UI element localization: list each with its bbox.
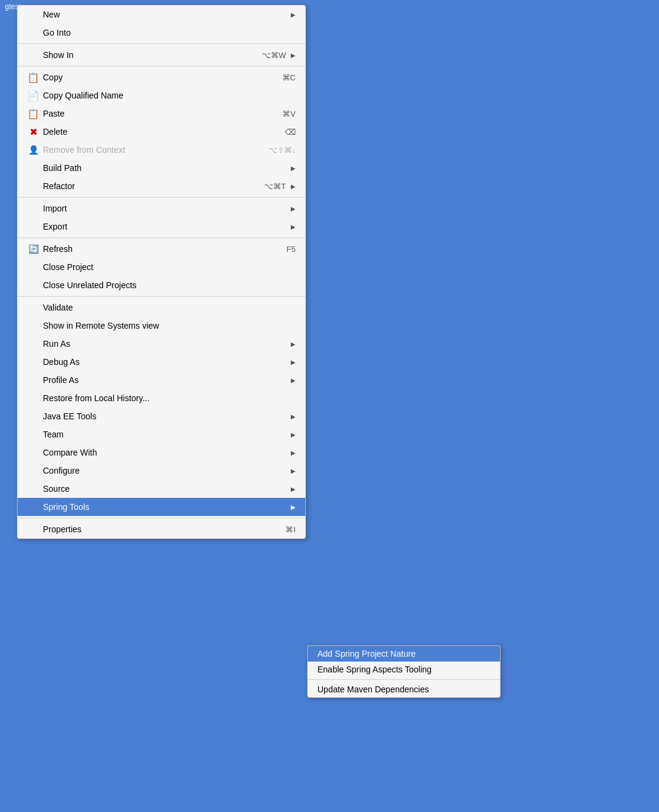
menu-item-team-label: Team xyxy=(43,430,286,439)
spring-tools-submenu: Add Spring Project Nature Enable Spring … xyxy=(307,645,501,698)
menu-item-debug-as-label: Debug As xyxy=(43,357,286,367)
import-arrow: ▶ xyxy=(291,205,296,212)
menu-item-restore-history[interactable]: Restore from Local History... xyxy=(18,389,305,407)
properties-icon xyxy=(27,523,39,535)
refresh-shortcut: F5 xyxy=(287,245,296,254)
menu-item-import[interactable]: Import ▶ xyxy=(18,199,305,218)
paste-icon: 📋 xyxy=(27,108,39,120)
compare-with-arrow: ▶ xyxy=(291,450,296,456)
menu-item-profile-as[interactable]: Profile As ▶ xyxy=(18,371,305,389)
refresh-icon: 🔄 xyxy=(27,243,39,255)
build-path-icon xyxy=(27,162,39,174)
menu-item-refactor[interactable]: Refactor ⌥⌘T ▶ xyxy=(18,177,305,195)
menu-item-build-path-label: Build Path xyxy=(43,163,286,173)
menu-item-profile-as-label: Profile As xyxy=(43,375,286,385)
menu-item-debug-as[interactable]: Debug As ▶ xyxy=(18,353,305,371)
refactor-shortcut: ⌥⌘T xyxy=(264,182,286,191)
submenu-separator xyxy=(308,679,500,680)
import-icon xyxy=(27,202,39,214)
close-project-icon xyxy=(27,261,39,273)
menu-item-go-into-label: Go Into xyxy=(43,28,296,37)
menu-item-validate[interactable]: Validate xyxy=(18,298,305,317)
menu-item-close-unrelated[interactable]: Close Unrelated Projects xyxy=(18,276,305,294)
submenu-item-update-maven[interactable]: Update Maven Dependencies xyxy=(308,682,500,697)
source-arrow: ▶ xyxy=(291,486,296,492)
submenu-item-add-spring-nature[interactable]: Add Spring Project Nature xyxy=(308,646,500,662)
menu-item-run-as[interactable]: Run As ▶ xyxy=(18,335,305,353)
menu-item-import-label: Import xyxy=(43,204,286,213)
copy-shortcut: ⌘C xyxy=(282,73,296,82)
menu-item-restore-history-label: Restore from Local History... xyxy=(43,393,296,403)
menu-item-configure-label: Configure xyxy=(43,466,286,475)
debug-as-icon xyxy=(27,356,39,368)
close-unrelated-icon xyxy=(27,279,39,291)
show-in-icon xyxy=(27,49,39,61)
submenu-item-enable-spring-aspects[interactable]: Enable Spring Aspects Tooling xyxy=(308,662,500,677)
menu-item-paste[interactable]: 📋 Paste ⌘V xyxy=(18,105,305,123)
menu-item-refactor-label: Refactor xyxy=(43,181,252,191)
refactor-arrow: ▶ xyxy=(291,183,296,190)
java-ee-icon xyxy=(27,410,39,422)
menu-item-show-in-label: Show In xyxy=(43,50,250,60)
context-menu: New ▶ Go Into Show In ⌥⌘W ▶ 📋 Copy ⌘C 📄 … xyxy=(17,5,306,539)
menu-item-show-remote[interactable]: Show in Remote Systems view xyxy=(18,317,305,335)
team-icon xyxy=(27,428,39,440)
menu-item-refresh[interactable]: 🔄 Refresh F5 xyxy=(18,240,305,258)
menu-item-refresh-label: Refresh xyxy=(43,244,274,254)
properties-shortcut: ⌘I xyxy=(285,525,296,534)
menu-item-copy-qualified[interactable]: 📄 Copy Qualified Name xyxy=(18,86,305,105)
menu-item-source-label: Source xyxy=(43,484,286,494)
separator-5 xyxy=(18,296,305,297)
menu-item-properties[interactable]: Properties ⌘I xyxy=(18,520,305,538)
delete-shortcut: ⌫ xyxy=(285,127,296,137)
menu-item-java-ee[interactable]: Java EE Tools ▶ xyxy=(18,407,305,425)
menu-item-delete[interactable]: ✖ Delete ⌫ xyxy=(18,123,305,141)
menu-item-new-label: New xyxy=(43,10,286,19)
menu-item-spring-tools-label: Spring Tools xyxy=(43,502,286,512)
menu-item-close-project[interactable]: Close Project xyxy=(18,258,305,276)
delete-icon: ✖ xyxy=(27,126,39,138)
separator-3 xyxy=(18,197,305,198)
go-into-icon xyxy=(27,27,39,39)
menu-item-spring-tools[interactable]: Spring Tools ▶ xyxy=(18,498,305,516)
remove-context-shortcut: ⌥⇧⌘↓ xyxy=(268,146,296,155)
restore-history-icon xyxy=(27,392,39,404)
refactor-icon xyxy=(27,180,39,192)
source-icon xyxy=(27,483,39,495)
build-path-arrow: ▶ xyxy=(291,165,296,172)
menu-item-new[interactable]: New ▶ xyxy=(18,5,305,24)
copy-qualified-icon: 📄 xyxy=(27,89,39,102)
configure-arrow: ▶ xyxy=(291,468,296,474)
menu-item-compare-with[interactable]: Compare With ▶ xyxy=(18,443,305,462)
show-in-shortcut: ⌥⌘W xyxy=(262,51,286,60)
menu-item-export[interactable]: Export ▶ xyxy=(18,218,305,236)
menu-item-copy-qualified-label: Copy Qualified Name xyxy=(43,91,296,100)
show-remote-icon xyxy=(27,320,39,332)
separator-1 xyxy=(18,44,305,44)
menu-item-build-path[interactable]: Build Path ▶ xyxy=(18,159,305,177)
debug-as-arrow: ▶ xyxy=(291,359,296,366)
menu-item-copy-label: Copy xyxy=(43,72,270,82)
menu-item-close-unrelated-label: Close Unrelated Projects xyxy=(43,280,296,290)
validate-icon xyxy=(27,301,39,314)
run-as-arrow: ▶ xyxy=(291,341,296,347)
paste-shortcut: ⌘V xyxy=(282,109,296,118)
new-submenu-arrow: ▶ xyxy=(291,11,296,18)
menu-item-copy[interactable]: 📋 Copy ⌘C xyxy=(18,68,305,86)
menu-item-compare-with-label: Compare With xyxy=(43,448,286,457)
team-arrow: ▶ xyxy=(291,431,296,438)
menu-item-configure[interactable]: Configure ▶ xyxy=(18,462,305,480)
menu-item-remove-context-label: Remove from Context xyxy=(43,145,256,155)
menu-item-remove-context[interactable]: 👤 Remove from Context ⌥⇧⌘↓ xyxy=(18,141,305,159)
menu-item-go-into[interactable]: Go Into xyxy=(18,24,305,42)
add-spring-nature-label: Add Spring Project Nature xyxy=(317,649,490,659)
new-icon xyxy=(27,8,39,21)
menu-item-show-in[interactable]: Show In ⌥⌘W ▶ xyxy=(18,46,305,64)
menu-item-source[interactable]: Source ▶ xyxy=(18,480,305,498)
menu-item-run-as-label: Run As xyxy=(43,339,286,349)
menu-item-export-label: Export xyxy=(43,222,286,231)
menu-item-show-remote-label: Show in Remote Systems view xyxy=(43,321,296,330)
separator-4 xyxy=(18,237,305,238)
menu-item-team[interactable]: Team ▶ xyxy=(18,425,305,443)
export-icon xyxy=(27,221,39,233)
